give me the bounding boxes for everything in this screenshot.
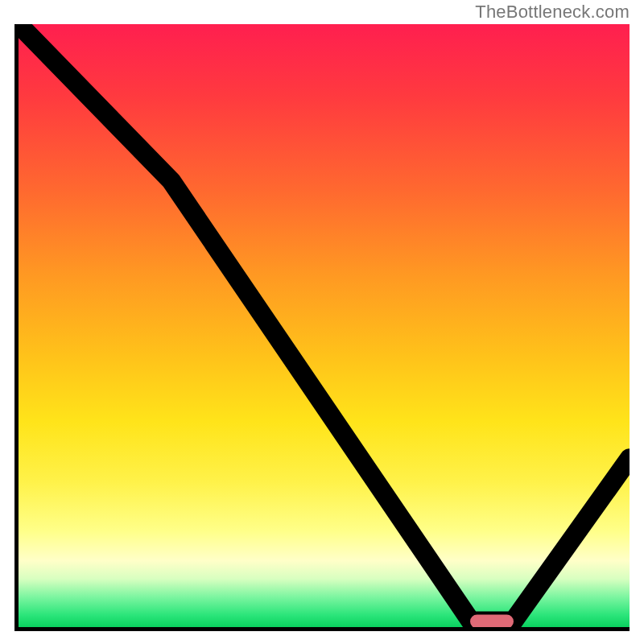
bottleneck-curve [19, 24, 630, 627]
optimal-marker [470, 614, 514, 628]
attribution-label: TheBottleneck.com [475, 2, 630, 23]
chart-wrapper: TheBottleneck.com [0, 0, 644, 644]
plot-area [14, 24, 630, 631]
